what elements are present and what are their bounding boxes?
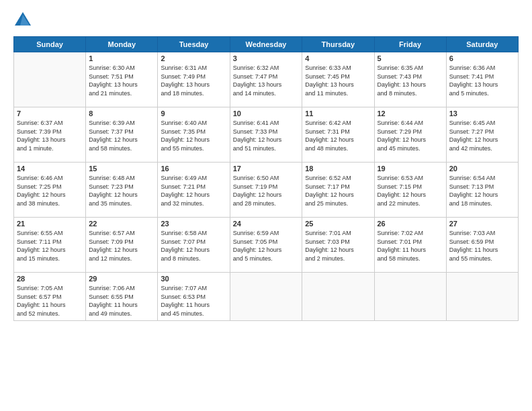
day-number: 6 xyxy=(449,54,515,62)
day-info: Sunrise: 6:44 AM Sunset: 7:29 PM Dayligh… xyxy=(378,119,443,152)
calendar-cell: 16Sunrise: 6:49 AM Sunset: 7:21 PM Dayli… xyxy=(158,163,230,218)
calendar-cell: 30Sunrise: 7:07 AM Sunset: 6:53 PM Dayli… xyxy=(158,273,230,321)
day-info: Sunrise: 6:58 AM Sunset: 7:07 PM Dayligh… xyxy=(161,229,226,263)
day-number: 1 xyxy=(89,54,154,62)
day-info: Sunrise: 7:03 AM Sunset: 6:59 PM Dayligh… xyxy=(449,229,515,263)
day-info: Sunrise: 7:07 AM Sunset: 6:53 PM Dayligh… xyxy=(161,284,226,318)
calendar-cell: 11Sunrise: 6:42 AM Sunset: 7:31 PM Dayli… xyxy=(302,107,374,163)
calendar-cell: 15Sunrise: 6:48 AM Sunset: 7:23 PM Dayli… xyxy=(86,163,158,218)
day-info: Sunrise: 6:39 AM Sunset: 7:37 PM Dayligh… xyxy=(89,119,154,152)
day-info: Sunrise: 6:33 AM Sunset: 7:45 PM Dayligh… xyxy=(305,64,371,97)
calendar-cell: 18Sunrise: 6:52 AM Sunset: 7:17 PM Dayli… xyxy=(302,163,374,218)
calendar-cell: 21Sunrise: 6:55 AM Sunset: 7:11 PM Dayli… xyxy=(14,218,86,273)
calendar-cell: 25Sunrise: 7:01 AM Sunset: 7:03 PM Dayli… xyxy=(302,218,374,273)
day-info: Sunrise: 7:02 AM Sunset: 7:01 PM Dayligh… xyxy=(378,229,443,263)
weekday-header-sunday: Sunday xyxy=(14,37,86,52)
calendar-cell: 27Sunrise: 7:03 AM Sunset: 6:59 PM Dayli… xyxy=(446,218,518,273)
day-number: 24 xyxy=(233,220,299,228)
calendar-cell: 12Sunrise: 6:44 AM Sunset: 7:29 PM Dayli… xyxy=(374,107,446,163)
calendar-cell: 8Sunrise: 6:39 AM Sunset: 7:37 PM Daylig… xyxy=(86,107,158,163)
day-info: Sunrise: 6:49 AM Sunset: 7:21 PM Dayligh… xyxy=(161,174,226,208)
calendar-cell: 5Sunrise: 6:35 AM Sunset: 7:43 PM Daylig… xyxy=(374,52,446,107)
weekday-header-friday: Friday xyxy=(374,37,446,52)
day-info: Sunrise: 6:40 AM Sunset: 7:35 PM Dayligh… xyxy=(161,119,226,152)
day-number: 13 xyxy=(449,109,515,118)
day-number: 16 xyxy=(161,165,226,173)
day-number: 7 xyxy=(17,109,83,118)
day-info: Sunrise: 6:37 AM Sunset: 7:39 PM Dayligh… xyxy=(17,119,83,152)
day-number: 29 xyxy=(89,275,154,283)
calendar-cell: 28Sunrise: 7:05 AM Sunset: 6:57 PM Dayli… xyxy=(14,273,86,321)
day-info: Sunrise: 6:59 AM Sunset: 7:05 PM Dayligh… xyxy=(233,229,299,263)
calendar-table: SundayMondayTuesdayWednesdayThursdayFrid… xyxy=(13,36,519,321)
day-number: 26 xyxy=(378,220,443,228)
calendar-cell: 1Sunrise: 6:30 AM Sunset: 7:51 PM Daylig… xyxy=(86,52,158,107)
day-number: 10 xyxy=(233,109,299,118)
day-info: Sunrise: 6:41 AM Sunset: 7:33 PM Dayligh… xyxy=(233,119,299,152)
day-number: 22 xyxy=(89,220,154,228)
calendar-cell: 26Sunrise: 7:02 AM Sunset: 7:01 PM Dayli… xyxy=(374,218,446,273)
calendar-cell: 29Sunrise: 7:06 AM Sunset: 6:55 PM Dayli… xyxy=(86,273,158,321)
weekday-header-wednesday: Wednesday xyxy=(230,37,302,52)
day-info: Sunrise: 6:45 AM Sunset: 7:27 PM Dayligh… xyxy=(449,119,515,152)
day-number: 18 xyxy=(305,165,371,173)
day-number: 21 xyxy=(17,220,83,228)
day-info: Sunrise: 6:46 AM Sunset: 7:25 PM Dayligh… xyxy=(17,174,83,208)
weekday-header-thursday: Thursday xyxy=(302,37,374,52)
calendar-cell: 17Sunrise: 6:50 AM Sunset: 7:19 PM Dayli… xyxy=(230,163,302,218)
week-row-3: 21Sunrise: 6:55 AM Sunset: 7:11 PM Dayli… xyxy=(14,218,519,273)
day-number: 20 xyxy=(449,165,515,173)
calendar-cell xyxy=(374,273,446,321)
calendar-cell: 20Sunrise: 6:54 AM Sunset: 7:13 PM Dayli… xyxy=(446,163,518,218)
day-info: Sunrise: 6:52 AM Sunset: 7:17 PM Dayligh… xyxy=(305,174,371,208)
calendar-cell: 13Sunrise: 6:45 AM Sunset: 7:27 PM Dayli… xyxy=(446,107,518,163)
weekday-header-row: SundayMondayTuesdayWednesdayThursdayFrid… xyxy=(14,37,519,52)
day-number: 11 xyxy=(305,109,371,118)
day-info: Sunrise: 7:06 AM Sunset: 6:55 PM Dayligh… xyxy=(89,284,154,318)
header xyxy=(13,11,519,30)
calendar-cell xyxy=(446,273,518,321)
day-info: Sunrise: 6:48 AM Sunset: 7:23 PM Dayligh… xyxy=(89,174,154,208)
day-number: 30 xyxy=(161,275,226,283)
day-number: 3 xyxy=(233,54,299,62)
week-row-4: 28Sunrise: 7:05 AM Sunset: 6:57 PM Dayli… xyxy=(14,273,519,321)
day-number: 8 xyxy=(89,109,154,118)
page: SundayMondayTuesdayWednesdayThursdayFrid… xyxy=(0,0,532,411)
day-info: Sunrise: 6:53 AM Sunset: 7:15 PM Dayligh… xyxy=(378,174,443,208)
weekday-header-monday: Monday xyxy=(86,37,158,52)
calendar-cell xyxy=(14,52,86,107)
day-number: 2 xyxy=(161,54,226,62)
calendar-cell: 22Sunrise: 6:57 AM Sunset: 7:09 PM Dayli… xyxy=(86,218,158,273)
calendar-cell: 2Sunrise: 6:31 AM Sunset: 7:49 PM Daylig… xyxy=(158,52,230,107)
calendar-cell: 14Sunrise: 6:46 AM Sunset: 7:25 PM Dayli… xyxy=(14,163,86,218)
calendar-cell: 9Sunrise: 6:40 AM Sunset: 7:35 PM Daylig… xyxy=(158,107,230,163)
day-number: 27 xyxy=(449,220,515,228)
calendar-cell: 24Sunrise: 6:59 AM Sunset: 7:05 PM Dayli… xyxy=(230,218,302,273)
calendar-cell: 19Sunrise: 6:53 AM Sunset: 7:15 PM Dayli… xyxy=(374,163,446,218)
day-number: 4 xyxy=(305,54,371,62)
day-info: Sunrise: 6:57 AM Sunset: 7:09 PM Dayligh… xyxy=(89,229,154,263)
day-number: 28 xyxy=(17,275,83,283)
calendar-cell: 4Sunrise: 6:33 AM Sunset: 7:45 PM Daylig… xyxy=(302,52,374,107)
day-info: Sunrise: 6:50 AM Sunset: 7:19 PM Dayligh… xyxy=(233,174,299,208)
calendar-cell: 10Sunrise: 6:41 AM Sunset: 7:33 PM Dayli… xyxy=(230,107,302,163)
day-info: Sunrise: 6:54 AM Sunset: 7:13 PM Dayligh… xyxy=(449,174,515,208)
day-number: 12 xyxy=(378,109,443,118)
day-info: Sunrise: 7:05 AM Sunset: 6:57 PM Dayligh… xyxy=(17,284,83,318)
day-number: 14 xyxy=(17,165,83,173)
week-row-1: 7Sunrise: 6:37 AM Sunset: 7:39 PM Daylig… xyxy=(14,107,519,163)
calendar-cell xyxy=(302,273,374,321)
day-number: 25 xyxy=(305,220,371,228)
calendar-cell: 23Sunrise: 6:58 AM Sunset: 7:07 PM Dayli… xyxy=(158,218,230,273)
day-info: Sunrise: 6:42 AM Sunset: 7:31 PM Dayligh… xyxy=(305,119,371,152)
calendar-cell: 6Sunrise: 6:36 AM Sunset: 7:41 PM Daylig… xyxy=(446,52,518,107)
day-number: 15 xyxy=(89,165,154,173)
day-info: Sunrise: 6:31 AM Sunset: 7:49 PM Dayligh… xyxy=(161,64,226,97)
day-number: 5 xyxy=(378,54,443,62)
day-number: 17 xyxy=(233,165,299,173)
day-info: Sunrise: 6:36 AM Sunset: 7:41 PM Dayligh… xyxy=(449,64,515,97)
weekday-header-tuesday: Tuesday xyxy=(158,37,230,52)
day-number: 23 xyxy=(161,220,226,228)
calendar-cell: 3Sunrise: 6:32 AM Sunset: 7:47 PM Daylig… xyxy=(230,52,302,107)
calendar-cell: 7Sunrise: 6:37 AM Sunset: 7:39 PM Daylig… xyxy=(14,107,86,163)
